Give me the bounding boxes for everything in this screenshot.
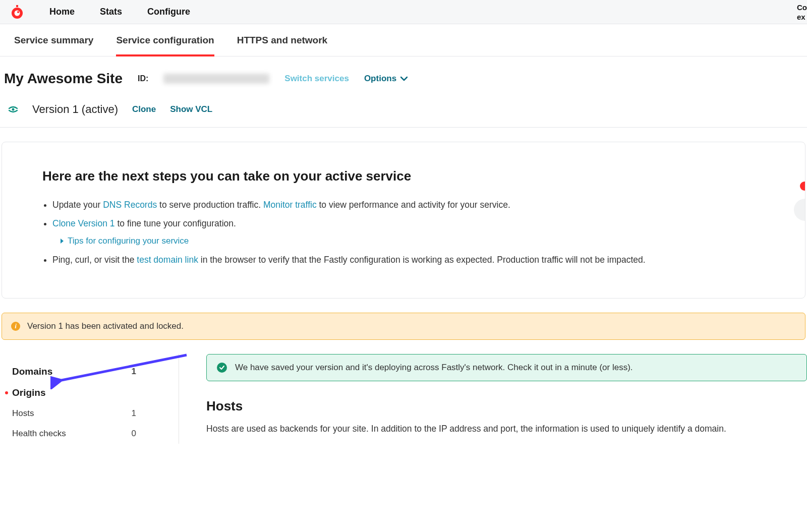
top-nav-links: Home Stats Configure [49, 7, 190, 17]
service-id-label: ID: [138, 74, 148, 83]
config-sidebar: Domains 1 Origins Hosts 1 Health checks … [0, 354, 179, 444]
chevron-down-icon [400, 74, 408, 84]
topbar-right-line1: Co [797, 3, 807, 13]
step3-post: in the browser to verify that the Fastly… [198, 255, 646, 265]
sidebar-domains-label: Domains [12, 366, 52, 377]
svg-point-2 [15, 10, 20, 16]
check-circle-icon [217, 363, 227, 373]
show-vcl-link[interactable]: Show VCL [170, 104, 212, 114]
sidebar-domains-count: 1 [132, 367, 166, 377]
step-test-domain: Ping, curl, or visit the test domain lin… [52, 253, 765, 267]
step-clone: Clone Version 1 to fine tune your config… [52, 217, 765, 248]
sidebar-health-label: Health checks [12, 429, 66, 439]
step1-mid: to serve production traffic. [157, 200, 263, 210]
sidebar-hosts-label: Hosts [12, 408, 34, 419]
dns-records-link[interactable]: DNS Records [103, 200, 157, 210]
config-content: We have saved your version and it's depl… [179, 354, 807, 444]
svg-point-4 [12, 108, 15, 111]
tab-service-summary[interactable]: Service summary [14, 24, 93, 56]
version-label: Version 1 (active) [32, 103, 118, 116]
service-id-value-blurred [163, 74, 269, 84]
next-steps-panel: Here are the next steps you can take on … [2, 142, 805, 299]
step-dns: Update your DNS Records to serve product… [52, 198, 765, 212]
deploy-success-banner: We have saved your version and it's depl… [206, 354, 807, 381]
sidebar-health-count: 0 [132, 429, 166, 439]
options-label: Options [364, 74, 396, 84]
sidebar-origins-label: Origins [12, 387, 46, 398]
top-navbar: Home Stats Configure Co ex [0, 0, 807, 24]
config-lower-section: Domains 1 Origins Hosts 1 Health checks … [0, 354, 807, 444]
sidebar-item-domains[interactable]: Domains 1 [12, 361, 166, 382]
alert-text: Version 1 has been activated and locked. [27, 321, 184, 331]
service-subtabs: Service summary Service configuration HT… [0, 24, 807, 56]
clone-version-link[interactable]: Clone Version 1 [52, 218, 115, 228]
tips-configuring-link[interactable]: Tips for configuring your service [68, 234, 189, 248]
nav-configure[interactable]: Configure [147, 7, 190, 17]
nav-home[interactable]: Home [49, 7, 75, 17]
right-edge-red-dot [800, 182, 805, 191]
tab-https-network[interactable]: HTTPS and network [237, 24, 327, 56]
switch-services-link[interactable]: Switch services [284, 74, 349, 84]
monitor-traffic-link[interactable]: Monitor traffic [263, 200, 317, 210]
fastly-logo-icon [10, 5, 24, 19]
svg-point-3 [17, 11, 19, 13]
active-indicator-dot-icon [5, 391, 8, 394]
right-edge-grey-circle [794, 199, 805, 221]
service-title: My Awesome Site [4, 71, 123, 87]
version-active-icon [8, 104, 18, 114]
success-text: We have saved your version and it's depl… [235, 363, 633, 373]
step3-pre: Ping, curl, or visit the [52, 255, 137, 265]
tips-link-row: Tips for configuring your service [61, 234, 765, 248]
caret-right-icon [61, 239, 64, 244]
clone-link[interactable]: Clone [132, 104, 156, 114]
step2-post: to fine tune your configuration. [115, 218, 236, 228]
sidebar-hosts-count: 1 [132, 408, 166, 419]
nav-stats[interactable]: Stats [100, 7, 122, 17]
hosts-description: Hosts are used as backends for your site… [206, 422, 807, 436]
hosts-heading: Hosts [206, 398, 807, 414]
tab-service-configuration[interactable]: Service configuration [116, 24, 214, 56]
info-icon: i [11, 322, 20, 331]
step1-pre: Update your [52, 200, 103, 210]
topbar-right-line2: ex [797, 13, 807, 22]
svg-rect-0 [16, 5, 18, 7]
step1-post: to view performance and activity for you… [317, 200, 510, 210]
sidebar-item-hosts[interactable]: Hosts 1 [12, 403, 166, 424]
sidebar-item-health-checks[interactable]: Health checks 0 [12, 424, 166, 444]
test-domain-link[interactable]: test domain link [137, 255, 198, 265]
sidebar-item-origins[interactable]: Origins [12, 382, 166, 403]
topbar-right-text: Co ex [797, 3, 807, 22]
version-activated-alert: i Version 1 has been activated and locke… [2, 313, 805, 340]
service-header: My Awesome Site ID: Switch services Opti… [0, 56, 807, 128]
options-dropdown[interactable]: Options [364, 74, 408, 84]
next-steps-heading: Here are the next steps you can take on … [42, 168, 765, 184]
